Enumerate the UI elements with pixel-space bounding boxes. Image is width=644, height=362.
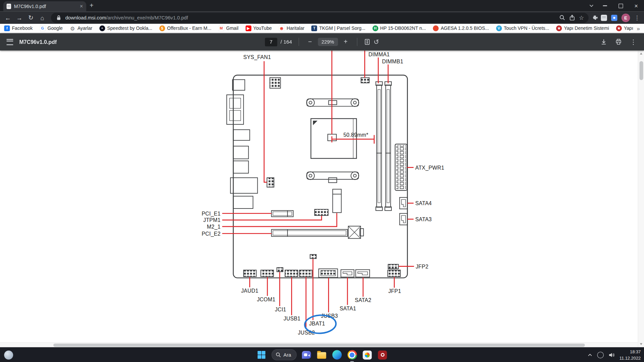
vertical-scrollbar-thumb[interactable]: [639, 61, 643, 80]
bookmark-label: Haritalar: [286, 26, 304, 31]
search-icon: [276, 352, 281, 358]
clock-date: 11.12.2022: [620, 355, 641, 361]
bookmark-facebook[interactable]: fFacebook: [4, 25, 33, 31]
google-favicon-icon: G: [40, 25, 45, 31]
settings-favicon-icon: ⚙: [70, 25, 75, 31]
bookmark-tkgm[interactable]: TTKGM | Parsel Sorg...: [312, 25, 366, 31]
bookmark-youtube[interactable]: ▶YouTube: [246, 25, 272, 31]
diagram-label-sata1: SATA1: [340, 306, 356, 311]
app-chat-icon[interactable]: [302, 349, 312, 360]
back-button[interactable]: ←: [2, 12, 13, 23]
bookmarks-items: fFacebookGGoogle⚙Ayarlar◓Speedtest by Oo…: [4, 25, 633, 31]
diagram-label-jfp2: JFP2: [416, 264, 428, 269]
taskbar-search[interactable]: Ara: [272, 349, 297, 360]
toolbar-divider: [299, 38, 299, 46]
browser-menu-icon[interactable]: ⋮: [633, 14, 642, 21]
app-edge-icon[interactable]: [332, 349, 342, 360]
bookmark-label: Facebook: [12, 26, 33, 31]
pdf-menu-icon[interactable]: [7, 39, 13, 45]
maps-favicon-icon: ◉: [279, 25, 284, 31]
clock-time: 18:37: [620, 349, 641, 355]
bookmark-label: TKGM | Parsel Sorg...: [319, 26, 365, 31]
tab-close-icon[interactable]: ×: [80, 3, 83, 9]
extensions-puzzle-icon[interactable]: [592, 14, 598, 21]
bookmark-offersbux[interactable]: $OffersBux - Earn M...: [159, 25, 211, 31]
bookmark-star-icon[interactable]: ☆: [579, 15, 584, 20]
app-photos-icon[interactable]: [362, 349, 373, 360]
close-icon: ×: [634, 3, 638, 9]
bookmark-speedtest[interactable]: ◓Speedtest by Ookla...: [99, 25, 152, 31]
bookmark-touchvpn[interactable]: VTouch VPN - Ücrets...: [496, 25, 549, 31]
fit-page-button[interactable]: [364, 39, 370, 45]
vertical-scrollbar[interactable]: [638, 51, 644, 347]
pdf-page: SYS_FAN1DIMMA1DIMMB150.89mm*ATX_PWR1SATA…: [0, 51, 644, 347]
taskbar-clock[interactable]: 18:37 11.12.2022: [620, 349, 641, 361]
m2-slot: [333, 189, 341, 213]
diagram-label-m2_1: M2_1: [207, 224, 221, 230]
page-number-input[interactable]: [265, 38, 277, 46]
new-tab-button[interactable]: +: [86, 0, 97, 11]
share-icon[interactable]: [569, 14, 576, 21]
tkgm-favicon-icon: T: [312, 25, 317, 31]
bookmark-label: Google: [47, 26, 62, 31]
reload-button[interactable]: ↻: [25, 12, 36, 23]
maximize-button[interactable]: [613, 0, 629, 11]
bookmark-yapi-denetim-1[interactable]: ★Yapı Denetim Sistemi: [556, 25, 609, 31]
diagram-label-jtpm1: JTPM1: [203, 217, 221, 223]
pdf-more-menu-icon[interactable]: ⋮: [630, 38, 637, 46]
print-button[interactable]: [615, 39, 622, 45]
bookmark-gmail[interactable]: MGmail: [218, 25, 238, 31]
bookmarks-overflow-icon[interactable]: »: [633, 25, 640, 32]
pdf-toolbar: M7C96v1.0.pdf / 164 − 229% + ↺ ⋮: [0, 33, 644, 50]
diagram-label-pci_e2: PCI_E2: [202, 231, 220, 237]
diagram-label-jfp1: JFP1: [388, 288, 401, 294]
app-acrobat-icon[interactable]: [377, 349, 388, 360]
bookmark-label: HP 15-DB0062NT n...: [380, 26, 426, 31]
rotate-button[interactable]: ↺: [374, 38, 379, 46]
download-button[interactable]: [600, 39, 607, 45]
minimize-button[interactable]: [597, 0, 613, 11]
horizontal-scrollbar-thumb[interactable]: [53, 343, 585, 347]
zoom-level[interactable]: 229%: [318, 38, 338, 46]
screen: M7C96v1.0.pdf × + × ← → ↻ ⌂ download.msi…: [0, 0, 644, 362]
motherboard-diagram: SYS_FAN1DIMMA1DIMMB150.89mm*ATX_PWR1SATA…: [0, 51, 644, 347]
diagram-label-50.89mm*: 50.89mm*: [343, 132, 368, 138]
close-window-button[interactable]: ×: [628, 0, 644, 11]
horizontal-scrollbar[interactable]: [0, 342, 638, 347]
lock-icon: [55, 14, 62, 21]
zoom-out-button[interactable]: −: [306, 37, 315, 46]
url-domain: download.msi.com: [65, 15, 106, 20]
profile-avatar[interactable]: E: [622, 13, 630, 22]
browser-tab[interactable]: M7C96v1.0.pdf ×: [3, 1, 86, 12]
bookmark-yapi-denetim-2[interactable]: ★Yapı Denetim Sistemi: [616, 25, 634, 31]
leader-line: [264, 61, 267, 182]
bookmark-google[interactable]: GGoogle: [40, 25, 63, 31]
diagram-label-dimma1: DIMMA1: [369, 52, 390, 57]
app-chrome-icon[interactable]: [347, 349, 358, 360]
address-bar[interactable]: download.msi.com/archive/mnu_exe/mb/M7C9…: [51, 12, 589, 23]
gmail-favicon-icon: M: [218, 25, 224, 31]
zoom-in-button[interactable]: +: [341, 37, 350, 46]
tab-search-icon[interactable]: [586, 4, 597, 8]
forward-button[interactable]: →: [14, 12, 25, 23]
volume-icon[interactable]: [608, 352, 615, 358]
bookmark-label: YouTube: [253, 26, 272, 31]
tray-app-icon[interactable]: [597, 352, 604, 358]
pinned-extension-icon[interactable]: [601, 14, 607, 20]
bookmark-settings[interactable]: ⚙Ayarlar: [70, 25, 93, 31]
tray-chevron-icon[interactable]: [587, 352, 593, 357]
diagram-label-atx_pwr1: ATX_PWR1: [415, 165, 444, 171]
bookmark-maps[interactable]: ◉Haritalar: [279, 25, 304, 31]
diagram-label-sata3: SATA3: [415, 217, 432, 222]
diagram-label-dimmb1: DIMMB1: [382, 59, 403, 64]
home-button[interactable]: ⌂: [37, 12, 48, 23]
widgets-icon[interactable]: [4, 350, 13, 359]
app-explorer-icon[interactable]: [317, 349, 327, 360]
diagram-label-sata2: SATA2: [355, 297, 371, 303]
side-panel-icon[interactable]: [611, 14, 617, 20]
zoom-indicator-icon[interactable]: [559, 14, 566, 21]
bookmark-agesa[interactable]: AGESA 1.2.0.5 BIOS...: [433, 25, 489, 31]
start-button[interactable]: [256, 349, 267, 360]
atx-power-connector: [395, 144, 407, 190]
bookmark-hp[interactable]: HHP 15-DB0062NT n...: [372, 25, 426, 31]
